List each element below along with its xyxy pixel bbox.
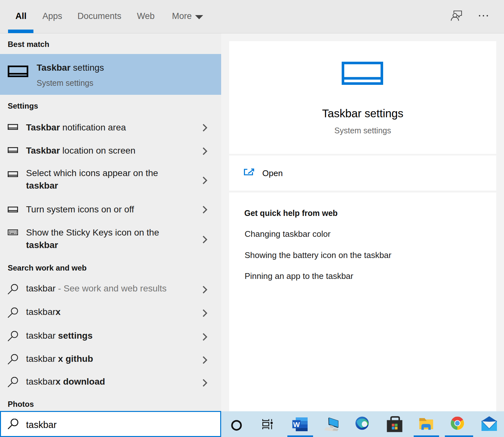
svg-text:W: W: [293, 421, 300, 429]
